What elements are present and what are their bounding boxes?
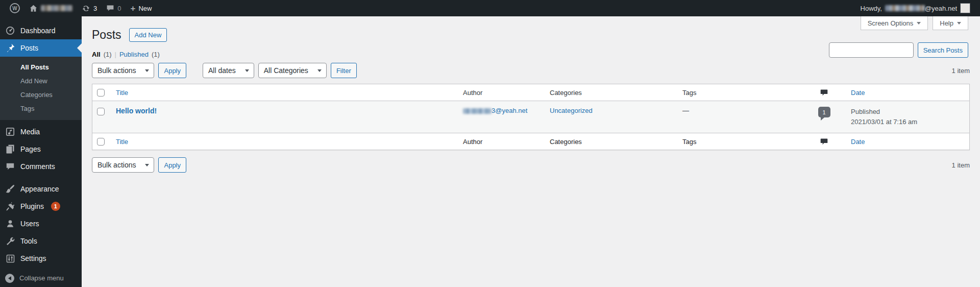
header-comments [802,88,846,97]
sidebar-item-appearance[interactable]: Appearance [0,180,82,198]
updates-count: 3 [93,5,97,12]
row-date-cell: Published 2021/03/01 at 7:16 am [846,101,969,133]
collapse-menu-button[interactable]: Collapse menu [0,271,82,285]
chevron-down-icon [917,22,921,25]
sidebar-label-dashboard: Dashboard [20,27,56,35]
new-content-menu[interactable]: + New [126,0,156,16]
chevron-down-icon [145,164,149,166]
apply-button[interactable]: Apply [158,63,186,78]
help-tab[interactable]: Help [933,16,968,30]
footer-comments [802,137,846,146]
posts-page-wrap: Posts Add New All (1) | Published (1) Bu… [82,16,980,173]
sort-by-date-link[interactable]: Date [851,89,865,97]
filter-button[interactable]: Filter [331,63,357,78]
dashboard-gauge-icon [5,26,15,36]
sidebar-item-comments[interactable]: Comments [0,158,82,175]
post-status: Published [851,108,880,115]
row-categories-cell: Uncategorized [545,101,677,120]
header-checkbox-cell [92,89,111,97]
admin-sidebar: Dashboard Posts All Posts Add New Catego… [0,16,82,287]
screen-options-label: Screen Options [868,19,914,27]
page-title: Posts [92,29,121,41]
comments-menu[interactable]: 0 [102,0,126,16]
footer-title: Title [111,138,458,146]
sidebar-item-users[interactable]: Users [0,215,82,232]
plus-icon: + [130,4,135,13]
sidebar-item-media[interactable]: Media [0,123,82,140]
comments-count: 0 [117,5,121,12]
updates-menu[interactable]: 3 [77,0,102,16]
view-published-link[interactable]: Published [119,51,149,58]
select-post-checkbox[interactable] [97,108,105,115]
sliders-icon [5,254,15,264]
tablenav-top: Bulk actions Apply All dates All Categor… [92,63,970,78]
submenu-item-categories[interactable]: Categories [0,88,82,102]
user-email-suffix: @yeah.net [925,5,957,12]
sidebar-separator [0,175,82,180]
select-all-checkbox-bottom[interactable] [97,138,105,146]
wordpress-logo-menu[interactable]: W [5,0,24,16]
submenu-item-add-new[interactable]: Add New [0,74,82,88]
view-all-link[interactable]: All [92,51,101,58]
comment-count-bubble[interactable]: 1 [818,107,830,117]
header-title: Title [111,89,458,97]
bulk-actions-select[interactable]: Bulk actions [92,63,154,78]
pages-icon [5,144,15,154]
screen-meta-tabs: Screen Options Help [861,16,968,30]
category-link[interactable]: Uncategorized [550,107,593,114]
author-link[interactable]: 3@yeah.net [463,107,527,114]
row-comments-cell: 1 [802,101,846,123]
view-all-count: (1) [104,51,112,58]
wordpress-logo-icon: W [10,3,20,13]
plugins-update-badge: 1 [51,202,60,211]
redacted-username [885,5,925,11]
post-row: Hello world! 3@yeah.net Uncategorized — … [92,101,969,133]
user-icon [5,219,15,228]
post-title-link[interactable]: Hello world! [116,107,157,115]
sidebar-label-media: Media [20,128,40,136]
footer-date: Date [846,138,969,146]
active-menu-notch [77,43,82,53]
row-author-cell: 3@yeah.net [458,101,545,120]
avatar [960,3,970,13]
post-status-views: All (1) | Published (1) [92,51,970,58]
footer-author: Author [458,138,545,146]
table-footer-row: Title Author Categories Tags Date [92,133,969,150]
footer-tags: Tags [677,138,802,146]
category-filter-value: All Categories [264,66,308,75]
category-filter-select[interactable]: All Categories [258,63,327,78]
sidebar-item-tools[interactable]: Tools [0,232,82,250]
sidebar-item-settings[interactable]: Settings [0,250,82,267]
redacted-author [463,108,492,114]
date-filter-select[interactable]: All dates [203,63,254,78]
date-filter-value: All dates [208,66,236,75]
screen-options-tab[interactable]: Screen Options [861,16,928,30]
sort-by-date-link-bottom[interactable]: Date [851,138,865,146]
no-tags-dash: — [682,107,689,114]
sidebar-item-posts[interactable]: Posts [0,39,82,57]
sidebar-item-plugins[interactable]: Plugins 1 [0,198,82,215]
chevron-down-icon [145,69,149,72]
submenu-item-tags[interactable]: Tags [0,102,82,115]
table-header-row: Title Author Categories Tags Date [92,84,969,101]
sidebar-item-pages[interactable]: Pages [0,140,82,158]
sidebar-label-pages: Pages [20,145,41,153]
my-account-menu[interactable]: Howdy, @yeah.net [856,0,975,16]
add-new-button[interactable]: Add New [129,28,167,42]
sort-by-title-link[interactable]: Title [116,89,128,97]
apply-button-bottom[interactable]: Apply [158,157,186,173]
sidebar-item-dashboard[interactable]: Dashboard [0,22,82,39]
chevron-down-icon [317,69,322,72]
comments-bubble-icon [5,162,15,171]
sort-by-title-link-bottom[interactable]: Title [116,138,128,146]
select-all-checkbox[interactable] [97,89,105,97]
sidebar-label-appearance: Appearance [20,185,59,193]
header-categories: Categories [545,89,677,97]
footer-checkbox-cell [92,138,111,146]
help-label: Help [940,19,953,27]
bulk-actions-select-bottom[interactable]: Bulk actions [92,157,154,173]
row-title-cell: Hello world! [111,101,458,121]
site-name-menu[interactable] [24,0,77,16]
submenu-item-all-posts[interactable]: All Posts [0,60,82,74]
chevron-down-icon [957,22,961,25]
